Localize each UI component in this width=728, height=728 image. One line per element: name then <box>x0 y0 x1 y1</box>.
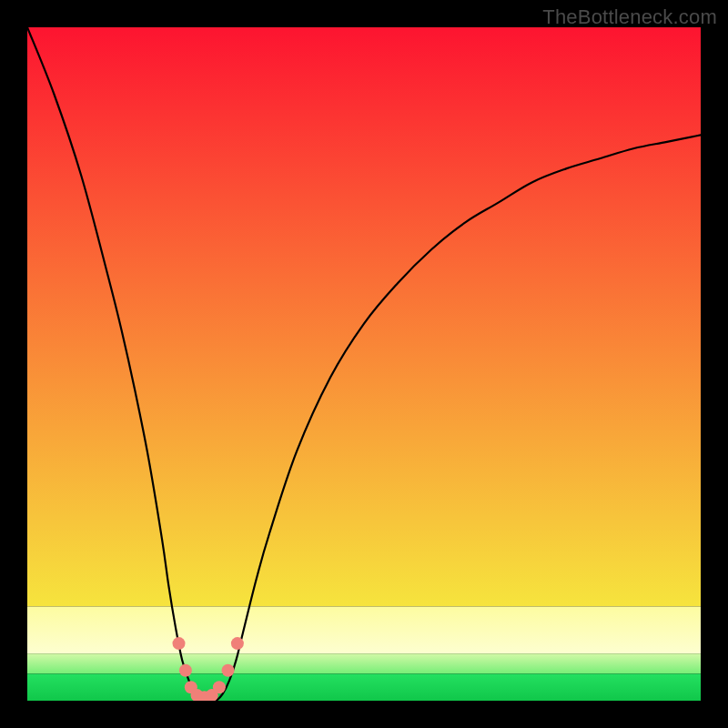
highlight-point <box>231 637 244 650</box>
highlight-point <box>173 637 186 650</box>
gradient-band <box>27 27 701 606</box>
plot-area <box>27 27 701 701</box>
chart-frame: TheBottleneck.com <box>0 0 728 728</box>
plot-svg <box>27 27 701 701</box>
watermark-label: TheBottleneck.com <box>542 5 717 29</box>
gradient-band <box>27 653 701 673</box>
highlight-point <box>222 664 235 677</box>
highlight-point <box>179 664 192 677</box>
highlight-point <box>213 681 226 693</box>
gradient-band <box>27 673 701 701</box>
gradient-band <box>27 606 701 653</box>
